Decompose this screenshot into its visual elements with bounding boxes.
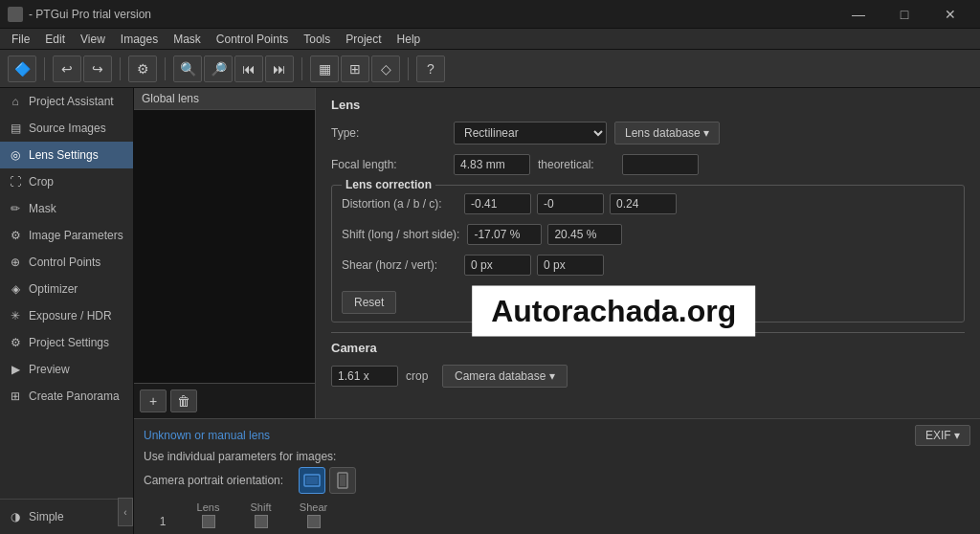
window-controls: — □ ✕ bbox=[836, 0, 972, 29]
zoom-in-button[interactable]: 🔍 bbox=[173, 56, 202, 82]
redo-button[interactable]: ↪ bbox=[83, 56, 112, 82]
sidebar-item-preview[interactable]: ▶ Preview bbox=[0, 356, 133, 383]
settings-button[interactable]: ⚙ bbox=[128, 56, 157, 82]
col-lens-header: Lens bbox=[182, 500, 234, 515]
sidebar-footer: ◑ Simple bbox=[0, 499, 133, 534]
menu-project[interactable]: Project bbox=[338, 31, 389, 48]
next-button[interactable]: ⏭ bbox=[265, 56, 294, 82]
shear-inputs bbox=[464, 255, 604, 276]
row-1-lens-cb[interactable] bbox=[182, 515, 234, 528]
menu-mask[interactable]: Mask bbox=[166, 31, 209, 48]
minimize-button[interactable]: — bbox=[836, 0, 880, 29]
lens-thumbnail-body bbox=[134, 110, 315, 383]
menu-edit[interactable]: Edit bbox=[37, 31, 73, 48]
lens-checkbox[interactable] bbox=[202, 515, 215, 528]
theoretical-input[interactable] bbox=[622, 154, 699, 175]
shift-checkbox[interactable] bbox=[255, 515, 268, 528]
shear-label: Shear (horz / vert): bbox=[342, 258, 457, 272]
prev-button[interactable]: ⏮ bbox=[234, 56, 263, 82]
remove-lens-button[interactable]: 🗑 bbox=[170, 389, 197, 412]
lens-thumbnail-header: Global lens bbox=[134, 88, 315, 110]
menu-control-points[interactable]: Control Points bbox=[209, 31, 296, 48]
focal-length-input[interactable] bbox=[454, 154, 530, 175]
app-icon-btn[interactable]: 🔷 bbox=[8, 56, 36, 82]
shift-short-input[interactable] bbox=[547, 224, 622, 245]
svg-rect-1 bbox=[306, 477, 318, 484]
sep2 bbox=[120, 57, 121, 80]
lens-top: Global lens + 🗑 Lens Type: Rectilinear bbox=[134, 88, 980, 418]
shift-long-input[interactable] bbox=[467, 224, 542, 245]
exif-button[interactable]: EXIF ▾ bbox=[915, 425, 970, 446]
add-lens-button[interactable]: + bbox=[140, 389, 167, 412]
sidebar-item-project-assistant[interactable]: ⌂ Project Assistant bbox=[0, 88, 133, 115]
lens-correction-group: Lens correction Distortion (a / b / c): bbox=[331, 185, 965, 323]
use-individual-label: Use individual parameters for images: bbox=[144, 450, 336, 463]
row-1-shear-cb[interactable] bbox=[287, 515, 340, 528]
undo-button[interactable]: ↩ bbox=[53, 56, 81, 82]
sidebar-item-optimizer[interactable]: ◈ Optimizer bbox=[0, 276, 133, 302]
shear-horz-input[interactable] bbox=[464, 255, 531, 276]
row-1-num: 1 bbox=[144, 515, 182, 528]
zoom-out-button[interactable]: 🔎 bbox=[204, 56, 233, 82]
layout1-button[interactable]: ▦ bbox=[310, 56, 339, 82]
sidebar-item-exposure-hdr[interactable]: ✳ Exposure / HDR bbox=[0, 302, 133, 329]
sep1 bbox=[44, 57, 45, 80]
distortion-b-input[interactable] bbox=[537, 193, 604, 214]
menu-help[interactable]: Help bbox=[390, 31, 429, 48]
toolbar: 🔷 ↩ ↪ ⚙ 🔍 🔎 ⏮ ⏭ ▦ ⊞ ◇ ? bbox=[0, 50, 980, 88]
lens-database-button[interactable]: Lens database ▾ bbox=[614, 122, 720, 145]
sidebar-item-control-points[interactable]: ⊕ Control Points bbox=[0, 249, 133, 276]
lens-correction-title: Lens correction bbox=[342, 178, 435, 191]
sidebar-collapse-button[interactable]: ‹ bbox=[118, 498, 133, 526]
lens-thumbnail-footer: + 🗑 bbox=[134, 383, 315, 418]
menu-tools[interactable]: Tools bbox=[296, 31, 338, 48]
sidebar-item-lens-settings[interactable]: ◎ Lens Settings bbox=[0, 142, 133, 168]
shift-inputs bbox=[467, 224, 622, 245]
bottom-table: Lens Shift Shear 1 bbox=[144, 500, 970, 528]
col-shift-header: Shift bbox=[234, 500, 287, 515]
sep3 bbox=[165, 57, 166, 80]
menu-images[interactable]: Images bbox=[113, 31, 166, 48]
simple-toggle[interactable]: ◑ Simple bbox=[8, 505, 125, 528]
lens-thumbnail-panel: Global lens + 🗑 bbox=[134, 88, 316, 418]
sidebar-item-create-panorama[interactable]: ⊞ Create Panorama bbox=[0, 383, 133, 410]
distortion-c-input[interactable] bbox=[610, 193, 677, 214]
shear-row: Shear (horz / vert): bbox=[342, 255, 954, 276]
row-1-shift-cb[interactable] bbox=[234, 515, 287, 528]
distortion-a-input[interactable] bbox=[464, 193, 531, 214]
sidebar-label-project-settings: Project Settings bbox=[29, 336, 109, 349]
layout2-button[interactable]: ⊞ bbox=[341, 56, 369, 82]
layout3-button[interactable]: ◇ bbox=[371, 56, 400, 82]
bottom-row2: Use individual parameters for images: bbox=[144, 450, 970, 463]
app-icon bbox=[8, 7, 23, 22]
camera-section: Camera crop Camera database ▾ bbox=[331, 332, 965, 388]
opt-icon: ◈ bbox=[8, 281, 23, 297]
distortion-inputs bbox=[464, 193, 677, 214]
orient-portrait-button[interactable] bbox=[329, 467, 356, 494]
sidebar-item-image-parameters[interactable]: ⚙ Image Parameters bbox=[0, 222, 133, 249]
bottom-row1: Unknown or manual lens EXIF ▾ bbox=[144, 425, 970, 446]
preview-icon: ▶ bbox=[8, 362, 23, 377]
type-row: Type: Rectilinear Fisheye Full Frame Fis… bbox=[331, 122, 965, 145]
cp-icon: ⊕ bbox=[8, 255, 23, 270]
menu-view[interactable]: View bbox=[73, 31, 113, 48]
close-button[interactable]: ✕ bbox=[928, 0, 972, 29]
sidebar-item-project-settings[interactable]: ⚙ Project Settings bbox=[0, 329, 133, 356]
title-bar: - PTGui Pro trial version — □ ✕ bbox=[0, 0, 980, 29]
sidebar-item-mask[interactable]: ✏ Mask bbox=[0, 195, 133, 222]
focal-length-row: Focal length: theoretical: bbox=[331, 154, 965, 175]
type-select[interactable]: Rectilinear Fisheye Full Frame Fisheye bbox=[454, 122, 607, 145]
menu-file[interactable]: File bbox=[4, 31, 37, 48]
reset-button[interactable]: Reset bbox=[342, 291, 396, 314]
sidebar-item-source-images[interactable]: ▤ Source Images bbox=[0, 115, 133, 142]
camera-database-button[interactable]: Camera database ▾ bbox=[442, 365, 568, 388]
orient-landscape-button[interactable] bbox=[299, 467, 325, 494]
sidebar: ⌂ Project Assistant ▤ Source Images ◎ Le… bbox=[0, 88, 134, 534]
sidebar-label-create-panorama: Create Panorama bbox=[29, 389, 120, 403]
shear-vert-input[interactable] bbox=[537, 255, 604, 276]
maximize-button[interactable]: □ bbox=[882, 0, 926, 29]
crop-factor-input[interactable] bbox=[331, 366, 398, 387]
help-button[interactable]: ? bbox=[416, 56, 445, 82]
shear-checkbox[interactable] bbox=[307, 515, 321, 528]
sidebar-item-crop[interactable]: ⛶ Crop bbox=[0, 168, 133, 195]
